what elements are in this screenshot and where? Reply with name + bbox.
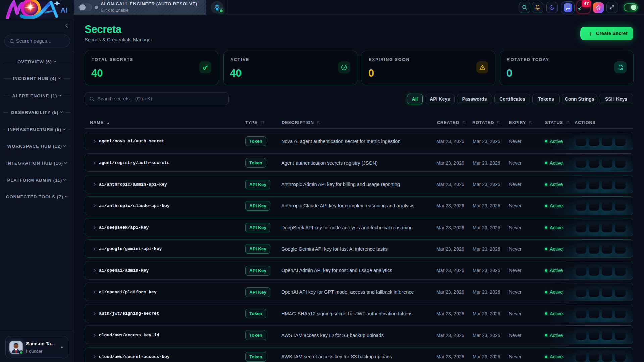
svg-text:AI: AI: [60, 6, 68, 14]
